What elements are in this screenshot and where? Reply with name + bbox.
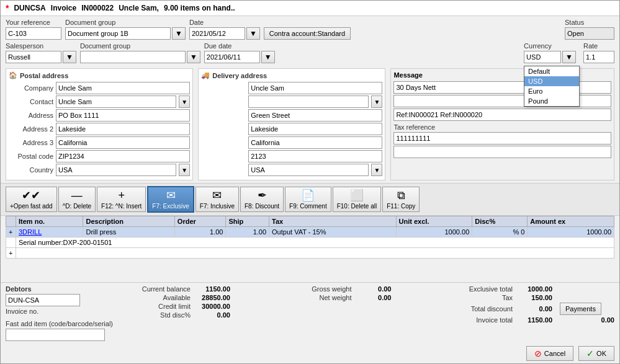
postal-contact-label: Contact (9, 98, 53, 105)
status-label: Status (565, 19, 614, 26)
table-row[interactable]: + 3DRILL Drill press 1.00 1.00 Output VA… (6, 226, 614, 237)
fast-add-input[interactable] (6, 329, 105, 341)
tax-reference-input[interactable] (393, 132, 611, 144)
exclusive-icon: ✉ (166, 189, 176, 203)
exclusive-label: F7: Exclusive (152, 203, 189, 210)
tax-input[interactable] (393, 146, 611, 158)
message-line3-input[interactable] (393, 109, 611, 121)
document-group2-input[interactable] (80, 51, 186, 63)
row-expand[interactable]: + (6, 226, 16, 237)
postal-country-dropdown[interactable]: ▼ (179, 164, 190, 176)
postal-address2-row: Address 2 (9, 123, 190, 135)
subrow-text: Serial number:DXP-200-01501 (16, 237, 614, 247)
row-tax[interactable]: Output VAT - 15% (269, 226, 396, 237)
delivery-country-dropdown[interactable]: ▼ (371, 164, 382, 176)
copy-btn[interactable]: ⧉ F11: Copy (382, 187, 420, 212)
postal-address2-input[interactable] (56, 123, 190, 135)
currency-field: Currency ▼ Default USD Euro Pound (524, 42, 576, 63)
ok-button[interactable]: ✓ OK (578, 346, 614, 361)
contra-account-button[interactable]: Contra account:Standard (264, 27, 351, 40)
table-new-row[interactable]: + (6, 247, 614, 258)
insert-btn[interactable]: + F12: ^N: Insert (97, 187, 146, 212)
row-order[interactable]: 1.00 (174, 226, 226, 237)
your-reference-input[interactable] (6, 27, 61, 40)
postal-address-box: 🏠 Postal address Company Contact ▼ Addre… (6, 68, 193, 180)
postal-contact-input[interactable] (56, 95, 176, 108)
credit-limit-value: 30000.00 (193, 303, 230, 310)
delivery-company-input[interactable] (248, 82, 382, 94)
row-description[interactable]: Drill press (83, 226, 174, 237)
postal-country-row: Country ▼ (9, 164, 190, 176)
available-label: Available (135, 294, 191, 301)
salesperson-input[interactable] (6, 51, 61, 63)
document-group2-dropdown[interactable]: ▼ (187, 51, 200, 63)
col-description: Description (83, 216, 174, 226)
delivery-address-box: 🚚 Delivery address ▼ (198, 68, 385, 180)
invoice-total-label: Invoice total (457, 316, 513, 324)
salesperson-field: Salesperson ▼ (6, 42, 76, 63)
debtor-input[interactable] (6, 294, 80, 306)
postal-address2-label: Address 2 (9, 125, 53, 133)
delivery-contact-dropdown[interactable]: ▼ (371, 95, 382, 108)
delivery-address-row (201, 109, 382, 122)
delivery-address-input[interactable] (248, 109, 382, 122)
open-fast-add-btn[interactable]: ✔✔ +Open fast add (6, 187, 57, 212)
postal-code-input[interactable] (56, 150, 190, 162)
document-group-field: Document group ▼ (65, 19, 186, 40)
customer-name: Uncle Sam, (119, 4, 159, 12)
document-group-input[interactable] (65, 27, 171, 40)
salesperson-dropdown[interactable]: ▼ (63, 51, 76, 63)
total-discount-label: Total discount (457, 305, 513, 313)
postal-company-label: Company (9, 84, 53, 92)
postal-contact-dropdown[interactable]: ▼ (179, 95, 190, 108)
row-item-no[interactable]: 3DRILL (16, 226, 83, 237)
exclusive-btn[interactable]: ✉ F7: Exclusive (147, 186, 194, 213)
delivery-postal-code-input[interactable] (248, 150, 382, 162)
new-row-plus[interactable]: + (6, 247, 16, 258)
postal-country-input[interactable] (56, 164, 176, 176)
delete-all-btn[interactable]: ⬜ F10: Delete all (333, 187, 381, 212)
inclusive-label: F7: Inclusive (200, 203, 235, 210)
postal-address-input[interactable] (56, 109, 190, 122)
delivery-contact-input[interactable] (248, 95, 369, 108)
std-disc-row: Std disc% 0.00 (135, 311, 291, 319)
fast-add-label: Fast add item (code/barcode/serial) (6, 320, 130, 327)
payments-button[interactable]: Payments (560, 303, 601, 315)
delete-icon: — (71, 189, 83, 203)
postal-address3-input[interactable] (56, 136, 190, 149)
rate-input[interactable] (583, 51, 614, 63)
currency-option-default[interactable]: Default (524, 66, 579, 76)
comment-btn[interactable]: 📄 F9: Comment (285, 187, 331, 212)
row-disc[interactable]: % 0 (472, 226, 528, 237)
net-weight-row: Net weight 0.00 (296, 294, 452, 301)
row-amount[interactable]: 1000.00 (528, 226, 614, 237)
col-amount: Amount ex (528, 216, 614, 226)
currency-input[interactable] (524, 51, 561, 63)
inclusive-btn[interactable]: ✉ F7: Inclusive (195, 187, 239, 212)
row-ship[interactable]: 1.00 (226, 226, 269, 237)
current-balance-label: Current balance (135, 285, 191, 293)
due-date-dropdown[interactable]: ▼ (261, 51, 275, 63)
cancel-button[interactable]: ⊘ Cancel (526, 346, 573, 361)
discount-btn[interactable]: ✒ F8: Discount (240, 187, 284, 212)
delivery-address3-input[interactable] (248, 136, 382, 149)
delivery-country-input[interactable] (248, 164, 369, 176)
delivery-address2-input[interactable] (248, 123, 382, 135)
open-fast-add-icon: ✔✔ (22, 189, 40, 203)
due-date-input[interactable] (204, 51, 260, 63)
stats-section: Current balance 1150.00 Available 28850.… (135, 285, 291, 319)
delete-btn[interactable]: — ^D: Delete (58, 187, 96, 212)
row-unit-excl[interactable]: 1000.00 (396, 226, 472, 237)
copy-icon: ⧉ (397, 189, 405, 203)
document-group-dropdown[interactable]: ▼ (172, 27, 186, 40)
postal-company-input[interactable] (56, 82, 190, 94)
currency-option-euro[interactable]: Euro (524, 86, 579, 96)
currency-option-pound[interactable]: Pound (524, 96, 579, 106)
currency-option-usd[interactable]: USD (524, 76, 579, 86)
date-dropdown[interactable]: ▼ (246, 27, 260, 40)
date-input[interactable] (189, 27, 245, 40)
delete-all-label: F10: Delete all (337, 203, 377, 210)
postal-address-row: Address (9, 109, 190, 122)
delivery-icon: 🚚 (201, 71, 210, 79)
currency-dropdown-btn[interactable]: ▼ (562, 51, 576, 63)
